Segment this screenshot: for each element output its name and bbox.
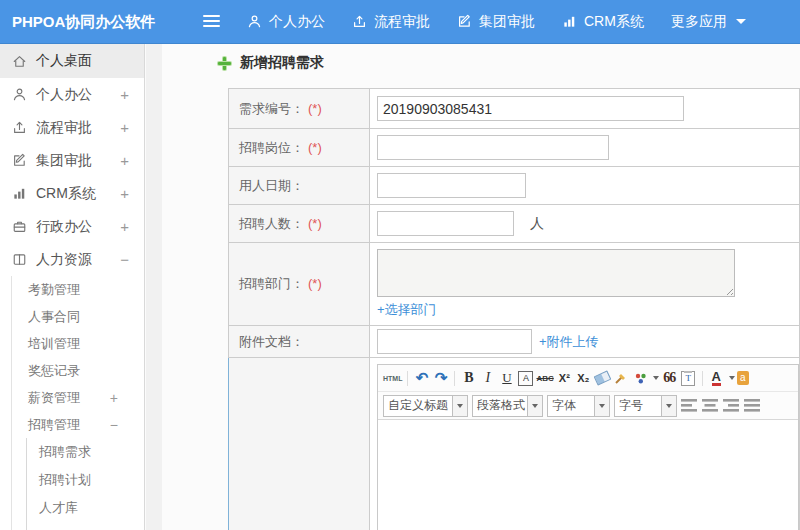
bg-color-button[interactable]: a	[737, 371, 749, 385]
nav-label: 集团审批	[479, 13, 535, 31]
demand-number-input[interactable]	[377, 96, 684, 121]
employ-date-input[interactable]	[377, 173, 526, 198]
workflow-icon	[12, 120, 27, 135]
expand-minus[interactable]: −	[120, 251, 129, 268]
select-department-link[interactable]: +选择部门	[377, 301, 437, 319]
caret-down-icon[interactable]	[653, 376, 659, 380]
char-style-button[interactable]: A	[518, 371, 533, 386]
caret-down-icon[interactable]	[729, 376, 735, 380]
nav-crm-system[interactable]: CRM系统	[562, 13, 644, 31]
paste-text-button[interactable]: T	[680, 368, 697, 388]
nav-more-apps[interactable]: 更多应用	[671, 13, 746, 31]
blockquote-button[interactable]: 66	[661, 368, 678, 388]
paragraph-format-select[interactable]: 段落格式	[472, 395, 543, 417]
sidebar-item-training-mgmt[interactable]: 培训管理	[12, 330, 144, 357]
form-row: 需求编号：(*)	[229, 89, 800, 129]
select-caret[interactable]	[594, 396, 609, 416]
highlight-button[interactable]	[632, 368, 649, 388]
expand-plus[interactable]: +	[110, 390, 118, 406]
sidebar-scrollbar[interactable]	[146, 44, 162, 530]
font-color-button[interactable]: A	[712, 371, 721, 386]
nav-workflow-approval[interactable]: 流程审批	[352, 13, 430, 31]
strikethrough-button[interactable]: ABC	[536, 368, 553, 388]
sidebar-item-label: 奖惩记录	[28, 362, 80, 380]
select-caret[interactable]	[661, 396, 676, 416]
sidebar-item-recruit-mgmt[interactable]: 招聘管理 −	[12, 411, 144, 438]
paste-icon: T	[681, 371, 695, 386]
eraser-icon	[593, 370, 611, 385]
sidebar-item-talent-pool[interactable]: 人才库	[27, 494, 144, 522]
caret-down-icon	[736, 19, 746, 24]
attachment-input[interactable]	[377, 329, 532, 354]
font-family-select[interactable]: 字体	[547, 395, 610, 417]
form-row: 用人日期：	[229, 167, 800, 205]
expand-plus[interactable]: +	[120, 152, 129, 169]
heading-select-value: 自定义标题	[384, 396, 452, 416]
select-caret[interactable]	[452, 396, 467, 416]
resize-handle-icon[interactable]	[724, 286, 733, 295]
sidebar-item-personal-desktop[interactable]: 个人桌面	[0, 44, 144, 78]
brush-icon	[614, 371, 628, 385]
expand-plus[interactable]: +	[120, 185, 129, 202]
required-mark: (*)	[308, 140, 322, 155]
format-brush-button[interactable]	[613, 368, 630, 388]
nav-label: 更多应用	[671, 13, 727, 31]
bold-button[interactable]: B	[460, 368, 477, 388]
sidebar: 个人桌面 个人办公 + 流程审批 + 集团审批 + CRM系统 + 行政办公 +…	[0, 44, 145, 530]
expand-plus[interactable]: +	[120, 86, 129, 103]
redo-button[interactable]: ↷	[432, 368, 449, 388]
sidebar-item-label: 人力资源	[36, 251, 92, 269]
sidebar-item-attendance-mgmt[interactable]: 考勤管理	[12, 276, 144, 303]
expand-plus[interactable]: +	[120, 119, 129, 136]
sidebar-item-label: 流程审批	[36, 119, 92, 137]
align-justify-button[interactable]	[744, 399, 761, 412]
editor-toolbar-row1: HTML ↶ ↷ B I U A ABC X² X₂	[378, 365, 798, 392]
sidebar-item-workflow-approval[interactable]: 流程审批 +	[0, 111, 144, 144]
select-caret[interactable]	[527, 396, 542, 416]
sidebar-item-personnel-contract[interactable]: 人事合同	[12, 303, 144, 330]
sidebar-item-human-resources[interactable]: 人力资源 −	[0, 243, 144, 276]
font-size-select[interactable]: 字号	[614, 395, 677, 417]
align-right-button[interactable]	[723, 399, 740, 412]
html-source-button[interactable]: HTML	[383, 368, 402, 388]
recruit-dept-textarea[interactable]	[377, 249, 735, 297]
underline-button[interactable]: U	[498, 368, 515, 388]
sidebar-item-reward-punish-record[interactable]: 奖惩记录	[12, 357, 144, 384]
field-label: 附件文档：	[239, 334, 304, 349]
user-icon	[247, 14, 262, 29]
rich-text-editor: HTML ↶ ↷ B I U A ABC X² X₂	[377, 364, 799, 530]
chart-icon	[12, 186, 27, 201]
nav-group-approval[interactable]: 集团审批	[457, 13, 535, 31]
sidebar-item-personal-office[interactable]: 个人办公 +	[0, 78, 144, 111]
top-bar: PHPOA协同办公软件 个人办公 流程审批 集团审批 CRM系统 更多应用	[0, 0, 800, 44]
align-center-button[interactable]	[702, 399, 719, 412]
sidebar-item-label: 培训管理	[28, 335, 80, 353]
sidebar-item-recruit-demand[interactable]: 招聘需求	[27, 438, 144, 466]
eraser-button[interactable]	[594, 368, 611, 388]
superscript-button[interactable]: X²	[556, 368, 573, 388]
field-label: 招聘部门：	[239, 276, 304, 291]
color-dots-icon	[634, 372, 647, 385]
attachment-upload-link[interactable]: +附件上传	[539, 333, 599, 351]
expand-minus[interactable]: −	[110, 417, 118, 433]
heading-select[interactable]: 自定义标题	[383, 395, 468, 417]
italic-button[interactable]: I	[479, 368, 496, 388]
sidebar-item-recruit-plan[interactable]: 招聘计划	[27, 466, 144, 494]
main-content: 新增招聘需求 需求编号：(*) 招聘岗位：(*) 用人日期： 招聘人数：(*) …	[162, 44, 800, 530]
sidebar-item-label: 薪资管理	[28, 389, 80, 407]
recruit-count-input[interactable]	[377, 211, 514, 236]
undo-button[interactable]: ↶	[413, 368, 430, 388]
align-left-button[interactable]	[681, 399, 698, 412]
menu-toggle-icon[interactable]	[203, 15, 220, 27]
sidebar-item-label: 人事合同	[28, 308, 80, 326]
editor-content-area[interactable]	[378, 420, 798, 530]
sidebar-item-group-approval[interactable]: 集团审批 +	[0, 144, 144, 177]
sidebar-item-salary-mgmt[interactable]: 薪资管理 +	[12, 384, 144, 411]
subscript-button[interactable]: X₂	[575, 368, 592, 388]
sidebar-item-admin-office[interactable]: 行政办公 +	[0, 210, 144, 243]
expand-plus[interactable]: +	[120, 218, 129, 235]
recruit-post-input[interactable]	[377, 135, 609, 160]
nav-personal-office[interactable]: 个人办公	[247, 13, 325, 31]
caret-down-icon	[532, 404, 538, 408]
sidebar-item-crm-system[interactable]: CRM系统 +	[0, 177, 144, 210]
